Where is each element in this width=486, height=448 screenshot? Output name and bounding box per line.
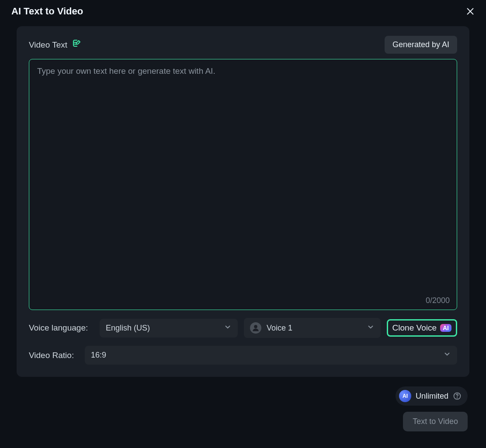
video-ratio-value: 16:9 [91,351,106,360]
video-text-area-wrap: 0/2000 [29,59,457,310]
generated-by-ai-button[interactable]: Generated by AI [385,36,457,54]
close-icon [465,7,475,16]
chevron-down-icon [443,350,451,360]
voice-language-select[interactable]: English (US) [100,319,238,338]
video-text-label-text: Video Text [29,40,67,50]
video-text-input[interactable] [29,59,457,294]
unlimited-button[interactable]: AI Unlimited [396,386,468,406]
char-count: 0/2000 [426,296,450,305]
chevron-down-icon [224,323,232,333]
ai-orb-icon: AI [399,390,411,402]
voice-select[interactable]: Voice 1 [244,318,381,338]
unlimited-label: Unlimited [416,392,448,401]
close-button[interactable] [464,5,476,17]
ai-badge-icon: AI [440,324,451,332]
chevron-down-icon [367,323,375,333]
clone-voice-label: Clone Voice [392,323,437,333]
svg-point-2 [254,325,257,328]
main-panel: Video Text Generated by AI 0/2000 Voice … [17,26,469,377]
video-ratio-label: Video Ratio: [29,351,79,360]
voice-value: Voice 1 [267,324,292,333]
avatar-icon [250,322,261,334]
page-title: AI Text to Video [11,6,83,17]
video-ratio-select[interactable]: 16:9 [85,346,457,365]
text-to-video-button[interactable]: Text to Video [403,412,468,431]
edit-icon [72,38,82,51]
clone-voice-button[interactable]: Clone Voice AI [387,319,457,337]
video-text-label: Video Text [29,38,82,51]
voice-language-value: English (US) [106,324,150,333]
svg-point-4 [457,398,458,398]
help-icon [453,392,462,400]
voice-language-label: Voice language: [29,323,94,333]
